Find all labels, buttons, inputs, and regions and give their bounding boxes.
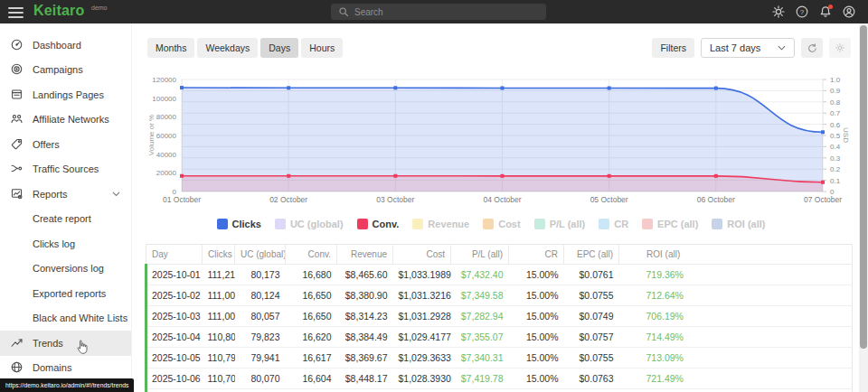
- refresh-button[interactable]: [801, 38, 823, 58]
- search-input[interactable]: Search: [331, 4, 546, 20]
- legend-item-roi-all[interactable]: ROI (all): [712, 219, 765, 229]
- column-header-roi-all[interactable]: ROI (all): [619, 245, 853, 265]
- sidebar-item-clicks-log[interactable]: Clicks log: [0, 231, 131, 257]
- legend-label: Revenue: [428, 219, 469, 229]
- domains-icon: [10, 360, 24, 375]
- column-header-clicks[interactable]: Clicks: [203, 245, 235, 265]
- sidebar-item-traffic-sources[interactable]: Traffic Sources: [0, 157, 131, 182]
- legend-label: Conv.: [373, 219, 400, 229]
- help-icon[interactable]: ?: [795, 5, 809, 19]
- table-row: 2025-10-02111,0080,12416,650$8,380.90$1,…: [146, 285, 853, 306]
- yaxis-left-tick: 40000: [137, 151, 176, 159]
- table-row: 2025-10-05110,7979,94116,617$8,369.67$1,…: [146, 348, 853, 369]
- legend-item-revenue[interactable]: Revenue: [412, 219, 469, 229]
- sidebar-item-label: Landings Pages: [33, 89, 104, 100]
- legend-item-clicks[interactable]: Clicks: [217, 219, 261, 229]
- settings-icon[interactable]: [771, 5, 786, 19]
- legend-item-conv[interactable]: Conv.: [357, 219, 400, 229]
- date-range-select[interactable]: Last 7 days: [701, 38, 795, 58]
- table-cell: 405.11%: [619, 389, 853, 392]
- column-header-day[interactable]: Day: [146, 245, 203, 265]
- table-cell: $0.0794: [564, 389, 619, 392]
- tab-days[interactable]: Days: [260, 38, 298, 58]
- sidebar-item-label: Black and White Lists: [33, 313, 127, 323]
- legend-swatch: [483, 219, 494, 229]
- sidebar-item-affiliate-networks[interactable]: Affiliate Networks: [0, 107, 131, 133]
- search-icon: [338, 6, 349, 17]
- table-cell: $0.0755: [564, 285, 619, 306]
- table-cell: 16,680: [286, 265, 337, 285]
- column-header-epc-all[interactable]: EPC (all): [564, 245, 619, 265]
- table-cell: $1,029.4177: [393, 327, 451, 348]
- table-cell: $0.0761: [564, 265, 619, 285]
- table-cell: 2025-10-06: [146, 369, 203, 389]
- tab-weekdays[interactable]: Weekdays: [197, 38, 258, 58]
- yaxis-right-tick: 0.9: [830, 87, 840, 95]
- table-cell: 712.64%: [619, 285, 853, 306]
- tab-months[interactable]: Months: [147, 38, 194, 58]
- sidebar-item-offers[interactable]: Offers: [0, 132, 131, 157]
- legend-item-cost[interactable]: Cost: [483, 219, 520, 229]
- scrollbar-thumb[interactable]: [860, 25, 867, 349]
- table-cell: $0.0755: [564, 348, 619, 369]
- table-cell: $8,448.17: [337, 369, 393, 389]
- table-cell: 714.49%: [619, 327, 853, 348]
- notifications-icon[interactable]: [818, 5, 833, 19]
- toolbar-right: Filters Last 7 days: [652, 38, 851, 58]
- sidebar-item-reports[interactable]: Reports: [0, 182, 131, 207]
- table-cell: 10,47: [286, 389, 337, 392]
- sidebar-item-label: Campaigns: [33, 64, 83, 75]
- filters-button[interactable]: Filters: [652, 38, 694, 58]
- sidebar-item-exported-reports[interactable]: Exported reports: [0, 281, 131, 306]
- sidebar-item-landings-pages[interactable]: Landings Pages: [0, 82, 131, 107]
- chevron-down-icon: [778, 45, 786, 51]
- table-cell: 2025-10-02: [146, 285, 203, 306]
- column-header-cost[interactable]: Cost: [393, 245, 451, 265]
- yaxis-right-tick: 0.2: [830, 165, 840, 173]
- table-cell: 79,823: [235, 327, 286, 348]
- trends-icon: [10, 336, 24, 350]
- table-cell: $1,033.1989: [393, 265, 451, 285]
- legend-label: ROI (all): [727, 219, 765, 229]
- column-header-uc-global[interactable]: UC (global): [235, 245, 286, 265]
- tab-hours[interactable]: Hours: [301, 38, 343, 58]
- sidebar-item-dashboard[interactable]: Dashboard: [0, 33, 131, 58]
- column-header-p-l-all[interactable]: P/L (all): [451, 245, 509, 265]
- table-cell: 80,124: [235, 285, 286, 306]
- table-cell: 15.00%: [509, 327, 564, 348]
- sidebar-item-create-report[interactable]: Create report: [0, 207, 131, 232]
- column-header-conv[interactable]: Conv.: [286, 245, 337, 265]
- yaxis-right-tick: 0.4: [830, 143, 840, 151]
- sidebar-item-conversions-log[interactable]: Conversions log: [0, 257, 131, 282]
- legend-swatch: [357, 219, 368, 229]
- legend-swatch: [712, 219, 722, 229]
- menu-icon[interactable]: [8, 7, 24, 21]
- table-cell: 16,650: [286, 306, 337, 327]
- table-cell: $8,314.23: [337, 306, 393, 327]
- account-icon[interactable]: [842, 5, 856, 19]
- period-tabs: MonthsWeekdaysDaysHours: [147, 38, 343, 58]
- trends-table-wrap: DayClicksUC (global)Conv.RevenueCostP/L …: [145, 244, 851, 392]
- sidebar-item-trends[interactable]: Trends: [0, 331, 131, 356]
- logo[interactable]: Keitaro: [33, 3, 85, 19]
- legend-item-uc-global[interactable]: UC (global): [275, 219, 344, 229]
- legend-item-cr[interactable]: CR: [599, 219, 628, 229]
- sidebar-item-label: Affiliate Networks: [33, 114, 109, 125]
- chart-settings-button[interactable]: [829, 38, 851, 58]
- table-cell: 719.36%: [619, 265, 853, 285]
- scrollbar-track[interactable]: [859, 23, 868, 392]
- table-cell: 16,604: [286, 369, 337, 389]
- table-cell: 15.00%: [509, 389, 564, 392]
- table-cell: 110,79: [203, 348, 235, 369]
- column-header-revenue[interactable]: Revenue: [337, 245, 393, 265]
- sidebar-item-campaigns[interactable]: Campaigns: [0, 58, 131, 83]
- legend-item-p-l-all[interactable]: P/L (all): [534, 219, 586, 229]
- trends-chart: [182, 79, 823, 191]
- yaxis-right-tick: 0.3: [830, 154, 840, 163]
- sidebar-item-domains[interactable]: Domains: [0, 356, 131, 381]
- table-row: 2025-10-01111,2180,17316,680$8,465.60$1,…: [146, 265, 853, 285]
- column-header-cr[interactable]: CR: [509, 245, 564, 265]
- legend-item-epc-all[interactable]: EPC (all): [642, 219, 698, 229]
- sidebar-item-black-and-white-lists[interactable]: Black and White Lists: [0, 306, 131, 331]
- table-cell: 706.19%: [619, 306, 853, 327]
